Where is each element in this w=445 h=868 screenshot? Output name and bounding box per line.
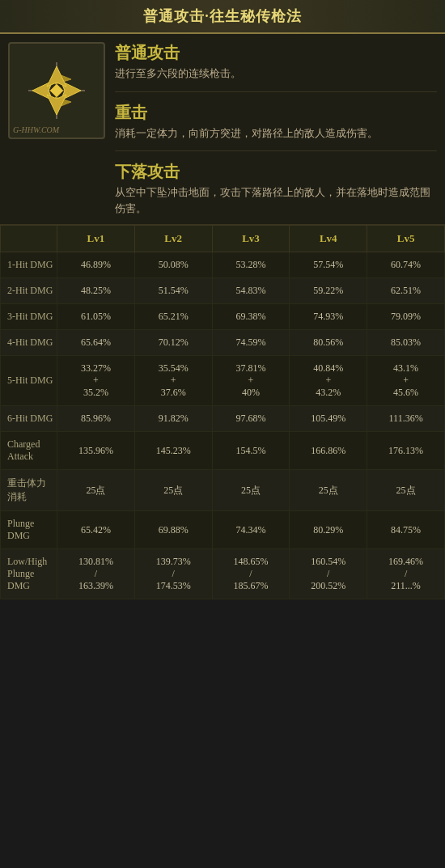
- row-value: 46.89%: [57, 252, 135, 278]
- row-value: 154.5%: [212, 432, 290, 470]
- table-body: 1-Hit DMG46.89%50.08%53.28%57.54%60.74%2…: [1, 252, 445, 599]
- row-value: 25点: [134, 470, 212, 511]
- row-value: 85.96%: [57, 406, 135, 432]
- plunge-attack-title: 下落攻击: [115, 161, 437, 183]
- row-value: 169.46% / 211...%: [367, 549, 445, 599]
- row-value: 80.56%: [290, 330, 367, 356]
- table-row: Plunge DMG65.42%69.88%74.34%80.29%84.75%: [1, 511, 445, 549]
- divider-2: [115, 150, 437, 151]
- col-header-label: [1, 226, 57, 252]
- col-header-lv2: Lv2: [134, 226, 212, 252]
- row-value: 97.68%: [212, 406, 290, 432]
- top-section: G-HHW.COM 普通攻击 进行至多六段的连续枪击。 重击 消耗一定体力，向前…: [0, 34, 445, 225]
- row-value: 105.49%: [290, 406, 367, 432]
- row-value: 25点: [290, 470, 367, 511]
- row-value: 25点: [367, 470, 445, 511]
- row-value: 60.74%: [367, 252, 445, 278]
- stats-table-container: Lv1 Lv2 Lv3 Lv4 Lv5 1-Hit DMG46.89%50.08…: [0, 225, 445, 599]
- title-bar: 普通攻击·往生秘传枪法: [0, 0, 445, 34]
- row-value: 65.42%: [57, 511, 135, 549]
- row-value: 54.83%: [212, 278, 290, 304]
- row-value: 74.93%: [290, 304, 367, 330]
- row-value: 51.54%: [134, 278, 212, 304]
- row-value: 111.36%: [367, 406, 445, 432]
- row-value: 62.51%: [367, 278, 445, 304]
- row-value: 70.12%: [134, 330, 212, 356]
- row-label: Plunge DMG: [1, 511, 57, 549]
- row-label: 重击体力消耗: [1, 470, 57, 511]
- row-value: 25点: [212, 470, 290, 511]
- col-header-lv3: Lv3: [212, 226, 290, 252]
- normal-attack-title: 普通攻击: [115, 42, 437, 64]
- row-value: 25点: [57, 470, 135, 511]
- row-value: 74.59%: [212, 330, 290, 356]
- col-header-lv5: Lv5: [367, 226, 445, 252]
- row-value: 35.54% + 37.6%: [134, 356, 212, 406]
- row-label: 3-Hit DMG: [1, 304, 57, 330]
- row-value: 91.82%: [134, 406, 212, 432]
- skill-icon: G-HHW.COM: [8, 42, 105, 139]
- row-value: 74.34%: [212, 511, 290, 549]
- table-row: 2-Hit DMG48.25%51.54%54.83%59.22%62.51%: [1, 278, 445, 304]
- col-header-lv4: Lv4: [290, 226, 367, 252]
- row-value: 57.54%: [290, 252, 367, 278]
- row-value: 37.81% + 40%: [212, 356, 290, 406]
- row-value: 69.38%: [212, 304, 290, 330]
- row-value: 61.05%: [57, 304, 135, 330]
- table-header-row: Lv1 Lv2 Lv3 Lv4 Lv5: [1, 226, 445, 252]
- row-value: 130.81% / 163.39%: [57, 549, 135, 599]
- row-value: 135.96%: [57, 432, 135, 470]
- row-value: 176.13%: [367, 432, 445, 470]
- row-label: 1-Hit DMG: [1, 252, 57, 278]
- svg-marker-6: [50, 84, 63, 97]
- row-value: 139.73% / 174.53%: [134, 549, 212, 599]
- divider-1: [115, 91, 437, 92]
- row-value: 53.28%: [212, 252, 290, 278]
- col-header-lv1: Lv1: [57, 226, 135, 252]
- row-value: 33.27% + 35.2%: [57, 356, 135, 406]
- stats-table: Lv1 Lv2 Lv3 Lv4 Lv5 1-Hit DMG46.89%50.08…: [0, 225, 445, 599]
- row-value: 48.25%: [57, 278, 135, 304]
- row-label: 5-Hit DMG: [1, 356, 57, 406]
- watermark: G-HHW.COM: [13, 125, 59, 134]
- row-value: 65.21%: [134, 304, 212, 330]
- table-row: 3-Hit DMG61.05%65.21%69.38%74.93%79.09%: [1, 304, 445, 330]
- row-value: 148.65% / 185.67%: [212, 549, 290, 599]
- table-row: Low/High Plunge DMG130.81% / 163.39%139.…: [1, 549, 445, 599]
- table-row: 1-Hit DMG46.89%50.08%53.28%57.54%60.74%: [1, 252, 445, 278]
- row-label: 4-Hit DMG: [1, 330, 57, 356]
- row-value: 79.09%: [367, 304, 445, 330]
- table-row: Charged Attack135.96%145.23%154.5%166.86…: [1, 432, 445, 470]
- row-label: Low/High Plunge DMG: [1, 549, 57, 599]
- table-row: 6-Hit DMG85.96%91.82%97.68%105.49%111.36…: [1, 406, 445, 432]
- charged-attack-title: 重击: [115, 102, 437, 124]
- plunge-attack-desc: 从空中下坠冲击地面，攻击下落路径上的敌人，并在落地时造成范围伤害。: [115, 184, 437, 216]
- row-value: 69.88%: [134, 511, 212, 549]
- row-value: 160.54% / 200.52%: [290, 549, 367, 599]
- charged-attack-desc: 消耗一定体力，向前方突进，对路径上的敌人造成伤害。: [115, 125, 437, 142]
- row-value: 50.08%: [134, 252, 212, 278]
- row-value: 59.22%: [290, 278, 367, 304]
- table-row: 5-Hit DMG33.27% + 35.2%35.54% + 37.6%37.…: [1, 356, 445, 406]
- row-value: 84.75%: [367, 511, 445, 549]
- row-value: 80.29%: [290, 511, 367, 549]
- row-label: 2-Hit DMG: [1, 278, 57, 304]
- table-row: 重击体力消耗25点25点25点25点25点: [1, 470, 445, 511]
- row-label: Charged Attack: [1, 432, 57, 470]
- row-label: 6-Hit DMG: [1, 406, 57, 432]
- skill-description: 普通攻击 进行至多六段的连续枪击。 重击 消耗一定体力，向前方突进，对路径上的敌…: [115, 42, 437, 216]
- table-row: 4-Hit DMG65.64%70.12%74.59%80.56%85.03%: [1, 330, 445, 356]
- row-value: 85.03%: [367, 330, 445, 356]
- row-value: 145.23%: [134, 432, 212, 470]
- row-value: 43.1% + 45.6%: [367, 356, 445, 406]
- row-value: 65.64%: [57, 330, 135, 356]
- row-value: 166.86%: [290, 432, 367, 470]
- row-value: 40.84% + 43.2%: [290, 356, 367, 406]
- normal-attack-desc: 进行至多六段的连续枪击。: [115, 66, 437, 82]
